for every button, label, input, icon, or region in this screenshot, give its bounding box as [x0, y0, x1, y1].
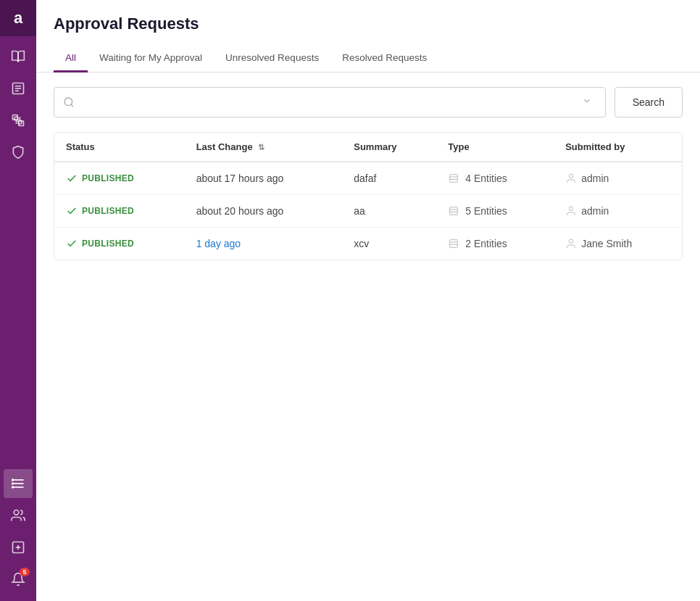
search-button[interactable]: Search	[614, 87, 683, 117]
tab-bar: All Waiting for My Approval Unresolved R…	[54, 45, 683, 72]
cell-type: 5 Entities	[436, 195, 554, 228]
cell-status: PUBLISHED	[54, 228, 185, 260]
svg-point-14	[14, 510, 19, 515]
cell-summary: aa	[342, 195, 436, 228]
svg-point-27	[569, 207, 572, 210]
page-header: Approval Requests All Waiting for My App…	[36, 0, 700, 72]
sidebar: a 5	[0, 0, 36, 601]
search-icon	[63, 96, 75, 108]
app-logo[interactable]: a	[0, 0, 36, 36]
table-header-row: Status Last Change ⇅ Summary Type Submit…	[54, 133, 682, 162]
svg-line-19	[71, 104, 73, 107]
svg-point-18	[64, 98, 72, 106]
list-icon[interactable]	[4, 469, 33, 498]
page-title: Approval Requests	[54, 14, 683, 33]
tab-resolved[interactable]: Resolved Requests	[330, 45, 438, 72]
svg-point-12	[12, 483, 14, 484]
col-submitted-by: Submitted by	[554, 133, 682, 162]
search-input[interactable]	[79, 96, 579, 108]
sidebar-top-items	[4, 36, 33, 469]
entity-icon	[448, 238, 459, 249]
col-status: Status	[54, 133, 185, 162]
tab-waiting[interactable]: Waiting for My Approval	[88, 45, 214, 72]
cell-submitted-by: admin	[554, 162, 682, 195]
content-area: Search Status Last Change ⇅ Summary Type…	[36, 72, 700, 601]
tab-unresolved[interactable]: Unresolved Requests	[214, 45, 330, 72]
table-row[interactable]: PUBLISHED 1 day agoxcv 2 Entities Jane S…	[54, 228, 682, 260]
bell-badge: 5	[20, 568, 30, 576]
user-icon	[565, 205, 577, 217]
svg-rect-20	[450, 175, 458, 183]
entity-icon	[448, 173, 459, 184]
users-icon[interactable]	[4, 501, 33, 530]
svg-rect-28	[450, 240, 458, 248]
check-icon	[66, 238, 78, 249]
cell-type: 2 Entities	[436, 228, 554, 260]
col-last-change[interactable]: Last Change ⇅	[185, 133, 343, 162]
cell-last-change: 1 day ago	[185, 228, 343, 260]
shield-icon[interactable]	[4, 138, 33, 167]
book-icon[interactable]	[4, 42, 33, 71]
chevron-down-icon[interactable]	[582, 96, 596, 109]
requests-table: Status Last Change ⇅ Summary Type Submit…	[54, 132, 683, 260]
table-row[interactable]: PUBLISHED about 17 hours agodafaf 4 Enti…	[54, 162, 682, 195]
svg-rect-24	[450, 207, 458, 215]
cell-status: PUBLISHED	[54, 195, 185, 228]
cell-summary: dafaf	[342, 162, 436, 195]
cell-status: PUBLISHED	[54, 162, 185, 195]
last-change-text: about 20 hours ago	[196, 205, 284, 217]
user-icon	[565, 238, 577, 249]
cell-type: 4 Entities	[436, 162, 554, 195]
tab-all[interactable]: All	[54, 45, 88, 72]
svg-point-23	[569, 174, 572, 178]
search-bar: Search	[54, 87, 683, 117]
cell-submitted-by: admin	[554, 195, 682, 228]
cell-last-change: about 17 hours ago	[185, 162, 343, 195]
add-icon[interactable]	[4, 533, 33, 562]
check-icon	[66, 173, 78, 184]
search-input-wrap[interactable]	[54, 87, 606, 117]
svg-point-13	[12, 486, 14, 488]
cell-summary: xcv	[342, 228, 436, 260]
col-summary: Summary	[342, 133, 436, 162]
svg-point-11	[12, 479, 14, 481]
last-change-text: about 17 hours ago	[196, 173, 284, 184]
cell-last-change: about 20 hours ago	[185, 195, 343, 228]
document-icon[interactable]	[4, 74, 33, 103]
chart-icon[interactable]	[4, 106, 33, 135]
sort-icon[interactable]: ⇅	[258, 143, 264, 152]
col-type: Type	[436, 133, 554, 162]
svg-point-31	[569, 239, 572, 243]
bell-icon[interactable]: 5	[4, 565, 33, 594]
cell-submitted-by: Jane Smith	[554, 228, 682, 260]
main-content: Approval Requests All Waiting for My App…	[36, 0, 700, 601]
last-change-link[interactable]: 1 day ago	[196, 238, 241, 249]
user-icon	[565, 173, 577, 184]
sidebar-bottom-items: 5	[4, 469, 33, 601]
entity-icon	[448, 205, 459, 217]
table-row[interactable]: PUBLISHED about 20 hours agoaa 5 Entitie…	[54, 195, 682, 228]
check-icon	[66, 205, 78, 217]
